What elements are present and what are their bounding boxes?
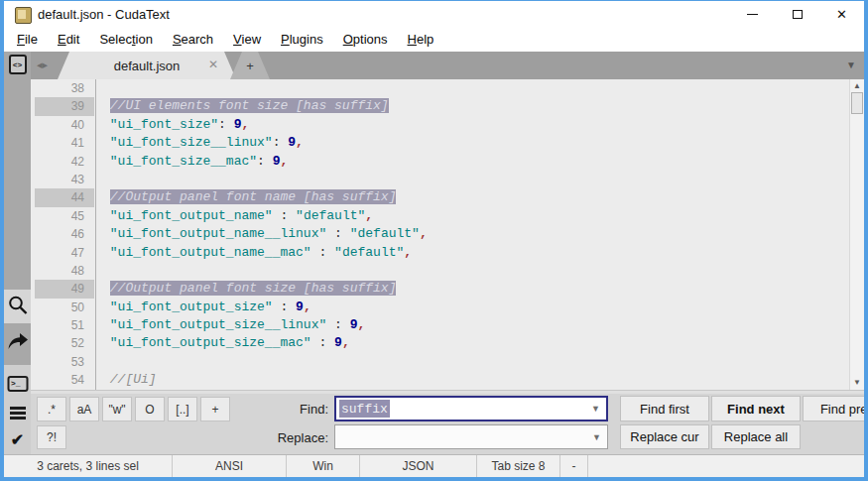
menu-item-view[interactable]: View (223, 28, 271, 52)
menu-item-search[interactable]: Search (163, 28, 223, 52)
gutter-separator (95, 79, 96, 390)
minimize-button[interactable] (730, 1, 775, 28)
in-selection-toggle[interactable]: [..] (168, 397, 197, 421)
window-border-bottom (0, 477, 868, 481)
scroll-down-icon[interactable]: ▼ (850, 379, 864, 387)
regex-toggle[interactable]: .* (37, 397, 66, 421)
code-line-51[interactable]: 51 "ui_font_output_size__linux" : 9, (31, 316, 864, 334)
code-line-46[interactable]: 46 "ui_font_output_name__linux" : "defau… (31, 225, 864, 243)
find-next-button[interactable]: Find next (711, 396, 801, 421)
line-number: 41 (35, 134, 94, 152)
line-number: 51 (35, 316, 94, 334)
search-icon[interactable] (7, 295, 28, 319)
activity-bar: <> >_ ✔ (4, 52, 31, 454)
find-input[interactable]: suffix ▼ (334, 396, 608, 421)
close-icon: ✕ (836, 8, 847, 21)
menu-item-options[interactable]: Options (333, 28, 398, 52)
code-line-38[interactable]: 38 (31, 79, 864, 97)
line-text: "ui_font_output_name__linux" : "default"… (94, 225, 428, 243)
line-number: 40 (35, 116, 94, 134)
tab-scroll-arrows-icon[interactable]: ◂▸ (37, 59, 48, 71)
menu-hamburger-icon[interactable] (10, 405, 26, 421)
code-editor[interactable]: 3839 //UI elements font size [has suffix… (31, 79, 864, 390)
check-icon[interactable]: ✔ (11, 431, 24, 449)
tab-default-json[interactable]: default.json ✕ (58, 52, 236, 79)
close-button[interactable]: ✕ (819, 1, 864, 28)
line-number: 52 (35, 334, 94, 352)
find-label: Find: (219, 402, 328, 417)
tab-close-icon[interactable]: ✕ (208, 59, 218, 70)
code-line-48[interactable]: 48 (31, 262, 864, 280)
code-line-49[interactable]: 49 //Output panel font size [has suffix] (31, 280, 864, 298)
menu-item-selection[interactable]: Selection (89, 28, 163, 52)
menu-item-file[interactable]: File (7, 28, 48, 52)
status-extra[interactable]: - (560, 455, 588, 477)
confirm-replace-toggle[interactable]: ?! (37, 425, 66, 449)
line-number: 43 (35, 171, 94, 188)
window-border-top (0, 0, 868, 1)
line-text: //[Ui] (94, 371, 157, 389)
share-arrow-icon[interactable] (7, 330, 29, 355)
code-line-39[interactable]: 39 //UI elements font size [has suffix] (31, 97, 864, 115)
maximize-button[interactable] (775, 1, 819, 28)
code-line-41[interactable]: 41 "ui_font_size__linux": 9, (31, 134, 864, 152)
line-text: "ui_font_output_name__mac" : "default", (94, 244, 412, 262)
find-first-button[interactable]: Find first (620, 396, 709, 421)
code-line-42[interactable]: 42 "ui_font_size__mac": 9, (31, 153, 864, 171)
line-text: "ui_font_size__mac": 9, (94, 153, 288, 171)
code-tree-icon[interactable]: <> (9, 55, 27, 74)
code-line-40[interactable]: 40 "ui_font_size": 9, (31, 116, 864, 134)
line-number: 38 (35, 79, 94, 97)
line-text: "ui_font_output_size" : 9, (94, 299, 311, 316)
code-line-53[interactable]: 53 (31, 353, 864, 371)
status-encoding[interactable]: ANSI (173, 455, 287, 477)
line-text: //Output panel font name [has suffix] (94, 188, 396, 206)
app-icon (15, 7, 32, 24)
statusbar: 3 carets, 3 lines selANSIWinJSONTab size… (4, 454, 864, 477)
code-line-43[interactable]: 43 (31, 171, 864, 188)
line-text: "ui_font_output_size__mac" : 9, (94, 334, 350, 352)
code-line-50[interactable]: 50 "ui_font_output_size" : 9, (31, 299, 864, 316)
window-border-left (0, 0, 4, 481)
status-lexer[interactable]: JSON (360, 455, 477, 477)
titlebar: default.json - CudaText ✕ (4, 1, 864, 28)
line-number: 42 (35, 153, 94, 171)
whole-words-toggle[interactable]: "w" (102, 397, 132, 421)
menu-item-plugins[interactable]: Plugins (271, 28, 333, 52)
case-toggle[interactable]: aA (69, 397, 99, 421)
code-line-44[interactable]: 44 //Output panel font name [has suffix] (31, 188, 864, 206)
status-selection-info[interactable]: 3 carets, 3 lines sel (4, 455, 173, 477)
code-line-52[interactable]: 52 "ui_font_output_size__mac" : 9, (31, 334, 864, 352)
find-dropdown-icon[interactable]: ▼ (591, 405, 600, 414)
find-panel: .*aA"w"O[..]+?! Find: suffix ▼ Replace: … (31, 394, 864, 454)
replace-cur-button[interactable]: Replace cur (620, 424, 709, 449)
code-line-54[interactable]: 54 //[Ui] (31, 371, 864, 389)
line-text: //UI elements font size [has suffix] (94, 97, 389, 115)
line-number: 45 (35, 207, 94, 225)
tab-label: default.json (114, 59, 181, 73)
replace-all-button[interactable]: Replace all (711, 424, 801, 449)
wrap-toggle[interactable]: O (135, 397, 165, 421)
code-line-45[interactable]: 45 "ui_font_output_name" : "default", (31, 207, 864, 225)
replace-input[interactable]: ▼ (334, 424, 608, 449)
line-number: 53 (35, 353, 94, 371)
replace-dropdown-icon[interactable]: ▼ (592, 432, 601, 441)
find-prev-button[interactable]: Find prev (803, 396, 864, 421)
status-line-ends[interactable]: Win (287, 455, 360, 477)
status-tab-size[interactable]: Tab size 8 (477, 455, 560, 477)
vertical-scrollbar[interactable]: ▲ ▼ (849, 79, 864, 390)
new-tab-button[interactable]: + (230, 52, 270, 79)
code-line-47[interactable]: 47 "ui_font_output_name__mac" : "default… (31, 244, 864, 262)
tab-list-dropdown-icon[interactable]: ▼ (846, 60, 856, 70)
line-text: "ui_font_size__linux": 9, (94, 134, 304, 152)
terminal-icon[interactable]: >_ (7, 376, 28, 392)
menu-item-help[interactable]: Help (398, 28, 444, 52)
scroll-up-icon[interactable]: ▲ (850, 82, 864, 90)
menu-item-edit[interactable]: Edit (48, 28, 89, 52)
line-number: 39 (35, 97, 94, 115)
scrollbar-thumb[interactable] (851, 92, 863, 114)
maximize-icon (793, 10, 803, 19)
line-text: //Output panel font size [has suffix] (94, 280, 396, 298)
cudatext-window: default.json - CudaText ✕ FileEditSelect… (0, 0, 868, 481)
line-text: "ui_font_size": 9, (94, 116, 249, 134)
